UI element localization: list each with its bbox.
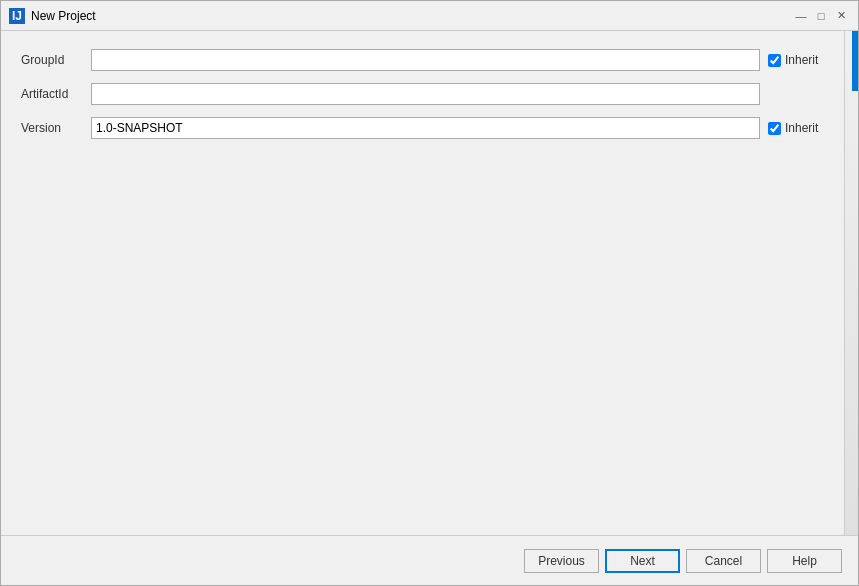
group-id-inherit-wrapper: Inherit	[768, 53, 838, 67]
title-bar: IJ New Project — □ ✕	[1, 1, 858, 31]
main-content-area	[21, 149, 838, 519]
help-button[interactable]: Help	[767, 549, 842, 573]
minimize-button[interactable]: —	[792, 7, 810, 25]
window-title: New Project	[31, 9, 96, 23]
version-row: Version Inherit	[21, 115, 838, 141]
content-area: GroupId Inherit ArtifactId Version Inher…	[1, 31, 858, 535]
group-id-row: GroupId Inherit	[21, 47, 838, 73]
artifact-id-label: ArtifactId	[21, 87, 91, 101]
footer: Previous Next Cancel Help	[1, 535, 858, 585]
close-button[interactable]: ✕	[832, 7, 850, 25]
version-inherit-checkbox[interactable]	[768, 122, 781, 135]
right-scrollbar[interactable]	[844, 31, 858, 535]
group-id-inherit-label: Inherit	[785, 53, 818, 67]
version-inherit-label: Inherit	[785, 121, 818, 135]
title-bar-left: IJ New Project	[9, 8, 96, 24]
new-project-window: IJ New Project — □ ✕ GroupId Inherit Art…	[0, 0, 859, 586]
app-icon: IJ	[9, 8, 25, 24]
app-icon-text: IJ	[12, 9, 22, 23]
artifact-id-input[interactable]	[91, 83, 760, 105]
previous-button[interactable]: Previous	[524, 549, 599, 573]
scroll-accent	[852, 31, 858, 91]
group-id-label: GroupId	[21, 53, 91, 67]
version-label: Version	[21, 121, 91, 135]
version-inherit-wrapper: Inherit	[768, 121, 838, 135]
group-id-inherit-checkbox[interactable]	[768, 54, 781, 67]
group-id-input[interactable]	[91, 49, 760, 71]
version-input[interactable]	[91, 117, 760, 139]
maximize-button[interactable]: □	[812, 7, 830, 25]
cancel-button[interactable]: Cancel	[686, 549, 761, 573]
title-bar-controls: — □ ✕	[792, 7, 850, 25]
next-button[interactable]: Next	[605, 549, 680, 573]
artifact-id-row: ArtifactId	[21, 81, 838, 107]
